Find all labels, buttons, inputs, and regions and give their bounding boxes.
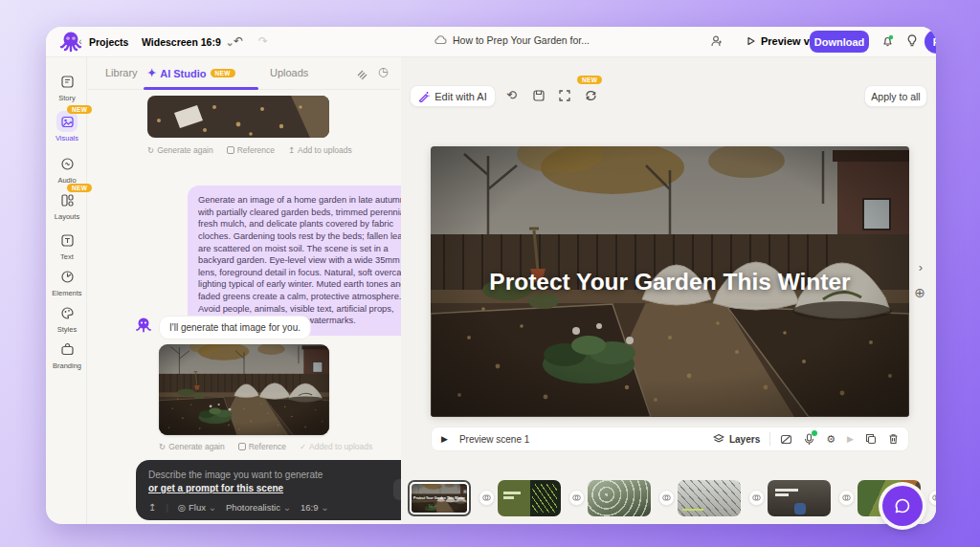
save-frame-icon[interactable] [532, 89, 546, 102]
transition-button[interactable] [658, 490, 675, 506]
aspect-ratio-dropdown[interactable]: Widescreen 16:9 ⌄ [142, 36, 234, 48]
fullscreen-icon[interactable] [558, 89, 571, 102]
scene-thumbnail-2[interactable] [498, 480, 561, 516]
reference-button[interactable]: Reference [238, 442, 286, 451]
action-label: Add to uploads [298, 145, 352, 155]
prompt-composer[interactable]: Describe the image you want to generate … [136, 460, 423, 520]
add-scene-plus-icon[interactable]: ⊕ [914, 285, 925, 300]
panel-tabs: Library ✦ AI Studio NEW Uploads ◷ ♡ [88, 57, 400, 90]
generated-image-result[interactable] [159, 344, 329, 435]
editor-main-area: Edit with AI ⟲ NEW Apply to all Protect … [401, 57, 936, 524]
apply-to-all-button[interactable]: Apply to all [864, 85, 927, 107]
projects-back-button[interactable]: Projects [89, 36, 128, 48]
edit-with-ai-button[interactable]: Edit with AI [410, 85, 496, 107]
action-label: Generate again [157, 145, 213, 155]
model-selector[interactable]: ◎Flux⌄ [178, 502, 216, 513]
sidebar-item-elements[interactable]: Elements [48, 266, 86, 297]
edit-with-ai-label: Edit with AI [434, 91, 486, 102]
ratio-label: 16:9 [301, 502, 319, 513]
bar-divider [769, 432, 770, 446]
brush-adjust-icon[interactable] [356, 67, 368, 79]
reference-button[interactable]: Reference [227, 145, 275, 155]
add-to-uploads-button[interactable]: ↥Add to uploads [288, 145, 352, 155]
layers-label: Layers [729, 434, 760, 445]
transition-button[interactable] [479, 490, 495, 506]
sidebar-item-audio[interactable]: Audio [48, 153, 86, 185]
chevron-left-icon[interactable]: ‹ [78, 35, 82, 47]
tips-lightbulb-icon[interactable] [905, 33, 919, 48]
preview-scene-label: Preview scene 1 [459, 434, 529, 445]
tab-ai-studio[interactable]: ✦ AI Studio NEW [147, 67, 235, 79]
style-selector[interactable]: Photorealistic⌄ [226, 502, 291, 513]
magic-wand-icon [418, 91, 430, 102]
rail-label: Text [48, 252, 86, 261]
undo-button[interactable]: ↶ [234, 34, 243, 48]
sidebar-item-story[interactable]: Story [48, 71, 86, 102]
scene-settings-gear-icon[interactable]: ⚙ [826, 433, 835, 446]
ai-voiceover-mic-icon[interactable] [804, 433, 814, 446]
regenerate-icon: ↻ [159, 442, 166, 451]
chat-assistant-bubble-button[interactable] [882, 486, 923, 526]
media-toggle-icon[interactable] [780, 433, 792, 446]
scene-thumbnail-1[interactable]: Protect Your Garden This Winter [408, 480, 471, 516]
left-rail: Story NEW Visuals Audio NEW Layouts Text… [46, 57, 87, 524]
sparkle-icon: ✦ [147, 67, 156, 79]
scene-thumbnail-3[interactable] [588, 480, 651, 516]
upload-icon: ↥ [288, 145, 295, 155]
user-avatar[interactable]: P [924, 30, 936, 54]
thumbnail-caption: Protect Your Garden This Winter [412, 496, 467, 500]
document-title[interactable]: How to Prep Your Garden for... [434, 34, 590, 46]
scene-overlay-text[interactable]: Protect Your Garden This Winter [431, 269, 909, 295]
thumb-text-bar [503, 496, 514, 499]
added-to-uploads-status: ✓Added to uploads [300, 442, 372, 451]
sidebar-item-styles[interactable]: Styles [48, 302, 86, 334]
loop-animate-icon[interactable] [584, 89, 598, 102]
thumb-person-detail [794, 503, 806, 514]
rail-label: Branding [48, 361, 86, 370]
action-label: Reference [237, 145, 275, 155]
generate-again-button[interactable]: ↻Generate again [159, 442, 225, 451]
transition-button[interactable] [838, 490, 855, 506]
ai-badge-dot [812, 430, 817, 436]
sidebar-item-visuals[interactable]: NEW Visuals [48, 111, 86, 142]
scene-thumbnail-5[interactable] [768, 480, 831, 516]
action-label: Added to uploads [309, 442, 372, 451]
delete-scene-trash-icon[interactable] [888, 433, 899, 445]
transition-button[interactable] [928, 490, 936, 506]
redo-button[interactable]: ↷ [258, 34, 268, 48]
history-clock-icon[interactable]: ◷ [378, 65, 388, 78]
transition-button[interactable] [748, 490, 765, 506]
transition-button[interactable] [568, 490, 585, 506]
audio-icon [56, 153, 78, 174]
download-button[interactable]: Download [810, 31, 869, 53]
generate-again-button[interactable]: ↻Generate again [147, 145, 213, 155]
layers-button[interactable]: Layers [713, 433, 760, 445]
scene-thumbnail-4[interactable] [678, 480, 741, 516]
ratio-selector[interactable]: 16:9⌄ [301, 502, 328, 513]
app-window: ‹ Projects Widescreen 16:9 ⌄ ↶ ↷ How to … [46, 27, 936, 524]
animate-icon[interactable]: ▶ [847, 434, 854, 444]
play-scene-button[interactable]: ▶ [441, 434, 448, 444]
generated-image-previous[interactable] [147, 96, 329, 138]
notifications-bell-icon[interactable] [880, 33, 895, 48]
text-icon [56, 230, 78, 251]
assistant-message-bubble: I'll generate that image for you. [159, 316, 311, 339]
thumb-text-bar [503, 492, 521, 494]
upload-image-button[interactable]: ↥ [148, 502, 156, 513]
scene-preview-canvas[interactable]: Protect Your Garden This Winter [431, 146, 909, 417]
duplicate-scene-icon[interactable] [865, 433, 877, 445]
assistant-avatar-octopus-icon [134, 316, 153, 335]
next-scene-chevron-icon[interactable]: › [919, 260, 923, 274]
get-prompt-link[interactable]: or get a prompt for this scene [148, 483, 283, 493]
sidebar-item-layouts[interactable]: NEW Layouts [48, 189, 86, 221]
visuals-icon [56, 111, 78, 132]
sidebar-item-branding[interactable]: Branding [48, 339, 86, 370]
cloud-sync-icon [434, 35, 447, 45]
share-user-icon[interactable] [710, 34, 724, 48]
tab-library[interactable]: Library [105, 67, 138, 78]
tab-uploads[interactable]: Uploads [270, 67, 308, 78]
sidebar-item-text[interactable]: Text [48, 230, 86, 261]
image-actions-row: ↻Generate again Reference ↥Add to upload… [147, 145, 352, 155]
chevron-down-icon: ⌄ [209, 502, 216, 513]
version-history-icon[interactable]: ⟲ [506, 88, 517, 102]
